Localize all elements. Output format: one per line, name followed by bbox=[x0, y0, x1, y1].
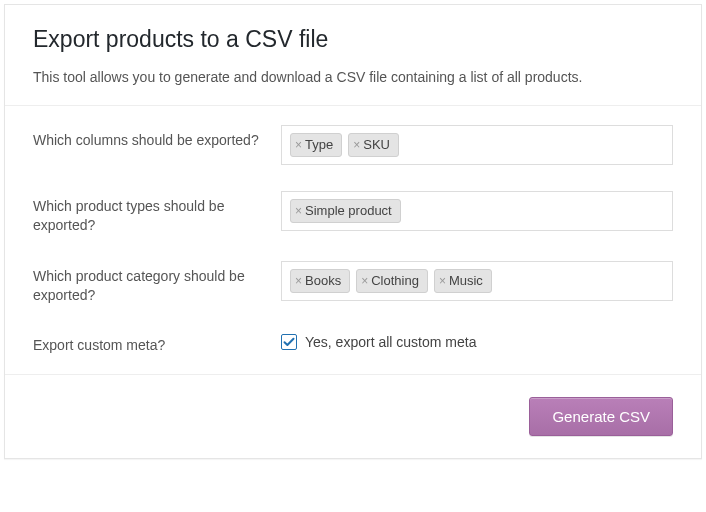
meta-checkbox-label: Yes, export all custom meta bbox=[305, 334, 476, 350]
tag-label: Type bbox=[305, 136, 333, 154]
tag-label: Books bbox=[305, 272, 341, 290]
close-icon[interactable]: × bbox=[353, 139, 360, 151]
close-icon[interactable]: × bbox=[439, 275, 446, 287]
row-meta: Export custom meta? Yes, export all cust… bbox=[5, 317, 701, 368]
tag[interactable]: ×Music bbox=[434, 269, 492, 293]
label-categories: Which product category should be exporte… bbox=[33, 261, 281, 305]
close-icon[interactable]: × bbox=[295, 139, 302, 151]
close-icon[interactable]: × bbox=[295, 275, 302, 287]
label-meta: Export custom meta? bbox=[33, 330, 281, 355]
row-columns: Which columns should be exported? ×Type×… bbox=[5, 112, 701, 178]
tag[interactable]: ×SKU bbox=[348, 133, 399, 157]
close-icon[interactable]: × bbox=[361, 275, 368, 287]
label-types: Which product types should be exported? bbox=[33, 191, 281, 235]
tag-label: Simple product bbox=[305, 202, 392, 220]
tag[interactable]: ×Simple product bbox=[290, 199, 401, 223]
form-block: Which columns should be exported? ×Type×… bbox=[5, 105, 701, 374]
export-panel: Export products to a CSV file This tool … bbox=[4, 4, 702, 459]
meta-checkbox[interactable] bbox=[281, 334, 297, 350]
tag[interactable]: ×Books bbox=[290, 269, 350, 293]
page-description: This tool allows you to generate and dow… bbox=[33, 69, 673, 85]
close-icon[interactable]: × bbox=[295, 205, 302, 217]
types-input[interactable]: ×Simple product bbox=[281, 191, 673, 231]
row-types: Which product types should be exported? … bbox=[5, 178, 701, 248]
tag[interactable]: ×Type bbox=[290, 133, 342, 157]
panel-header: Export products to a CSV file This tool … bbox=[5, 5, 701, 105]
page-title: Export products to a CSV file bbox=[33, 25, 673, 55]
tag-label: Clothing bbox=[371, 272, 419, 290]
columns-input[interactable]: ×Type×SKU bbox=[281, 125, 673, 165]
generate-csv-button[interactable]: Generate CSV bbox=[529, 397, 673, 436]
tag[interactable]: ×Clothing bbox=[356, 269, 428, 293]
label-columns: Which columns should be exported? bbox=[33, 125, 281, 150]
categories-input[interactable]: ×Books×Clothing×Music bbox=[281, 261, 673, 301]
row-categories: Which product category should be exporte… bbox=[5, 248, 701, 318]
panel-footer: Generate CSV bbox=[5, 374, 701, 458]
tag-label: SKU bbox=[363, 136, 390, 154]
check-icon bbox=[283, 336, 295, 348]
tag-label: Music bbox=[449, 272, 483, 290]
